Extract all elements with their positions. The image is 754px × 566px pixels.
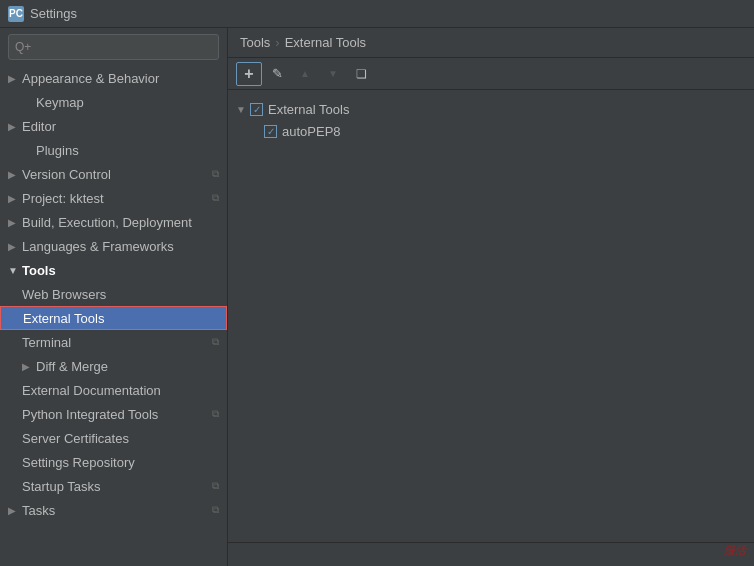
tree-item-external-tools-group[interactable]: ▼ External Tools [228, 98, 754, 120]
arrow-spacer [22, 145, 36, 156]
checkbox-autopep8[interactable] [264, 125, 277, 138]
watermark: 漫活 [724, 543, 746, 558]
sidebar-item-external-documentation[interactable]: External Documentation [0, 378, 227, 402]
sidebar-label: Startup Tasks [22, 479, 101, 494]
sidebar-item-settings-repository[interactable]: Settings Repository [0, 450, 227, 474]
sidebar-item-version-control[interactable]: ▶ Version Control ⧉ [0, 162, 227, 186]
sidebar-label: Plugins [36, 143, 79, 158]
sidebar-item-web-browsers[interactable]: Web Browsers [0, 282, 227, 306]
bottom-area [228, 542, 754, 566]
title-bar-text: Settings [30, 6, 77, 21]
move-up-button[interactable]: ▲ [292, 62, 318, 86]
sidebar-item-editor[interactable]: ▶ Editor [0, 114, 227, 138]
sidebar-item-diff-merge[interactable]: ▶ Diff & Merge [0, 354, 227, 378]
sidebar-item-languages[interactable]: ▶ Languages & Frameworks [0, 234, 227, 258]
sidebar-item-server-certificates[interactable]: Server Certificates [0, 426, 227, 450]
search-box[interactable]: Q+ [8, 34, 219, 60]
arrow-icon: ▶ [8, 241, 22, 252]
sidebar-label: Server Certificates [22, 431, 129, 446]
sidebar-label: Tasks [22, 503, 55, 518]
sidebar-item-project[interactable]: ▶ Project: kktest ⧉ [0, 186, 227, 210]
tree-item-autopep8[interactable]: autoPEP8 [228, 120, 754, 142]
move-down-button[interactable]: ▼ [320, 62, 346, 86]
arrow-icon: ▶ [8, 505, 22, 516]
arrow-icon: ▶ [8, 73, 22, 84]
copy-icon: ⧉ [212, 480, 219, 492]
sidebar-item-plugins[interactable]: Plugins [0, 138, 227, 162]
sidebar-label: Appearance & Behavior [22, 71, 159, 86]
copy-icon: ⧉ [212, 168, 219, 180]
sidebar-label: Project: kktest [22, 191, 104, 206]
arrow-icon: ▶ [22, 361, 36, 372]
breadcrumb: Tools › External Tools [228, 28, 754, 58]
title-bar: PC Settings [0, 0, 754, 28]
tree-content: ▼ External Tools autoPEP8 [228, 90, 754, 542]
main-container: Q+ ▶ Appearance & Behavior Keymap ▶ Edit… [0, 28, 754, 566]
sidebar-label: Diff & Merge [36, 359, 108, 374]
sidebar-label: Tools [22, 263, 56, 278]
sidebar-label: Languages & Frameworks [22, 239, 174, 254]
sidebar-label: Version Control [22, 167, 111, 182]
sidebar-label: External Documentation [22, 383, 161, 398]
sidebar-label: Python Integrated Tools [22, 407, 158, 422]
copy-icon: ⧉ [212, 192, 219, 204]
copy-icon: ⧉ [212, 504, 219, 516]
sidebar-label: Build, Execution, Deployment [22, 215, 192, 230]
tree-item-label: External Tools [268, 102, 349, 117]
sidebar-item-keymap[interactable]: Keymap [0, 90, 227, 114]
tree-item-label: autoPEP8 [282, 124, 341, 139]
arrow-icon: ▼ [8, 265, 22, 276]
search-input[interactable] [35, 40, 212, 54]
copy-icon: ⧉ [212, 336, 219, 348]
arrow-icon: ▶ [8, 217, 22, 228]
copy-button[interactable]: ❏ [348, 62, 374, 86]
edit-button[interactable]: ✎ [264, 62, 290, 86]
sidebar-label: External Tools [23, 311, 104, 326]
arrow-icon: ▶ [8, 121, 22, 132]
checkbox-external-tools[interactable] [250, 103, 263, 116]
sidebar-item-startup-tasks[interactable]: Startup Tasks ⧉ [0, 474, 227, 498]
sidebar-label: Terminal [22, 335, 71, 350]
arrow-icon: ▶ [8, 193, 22, 204]
breadcrumb-current: External Tools [285, 35, 366, 50]
app-icon: PC [8, 6, 24, 22]
sidebar-item-terminal[interactable]: Terminal ⧉ [0, 330, 227, 354]
sidebar: Q+ ▶ Appearance & Behavior Keymap ▶ Edit… [0, 28, 228, 566]
sidebar-item-tools[interactable]: ▼ Tools [0, 258, 227, 282]
sidebar-label: Settings Repository [22, 455, 135, 470]
add-button[interactable]: + [236, 62, 262, 86]
tree-arrow-icon: ▼ [236, 104, 250, 115]
sidebar-label: Editor [22, 119, 56, 134]
right-panel: Tools › External Tools + ✎ ▲ ▼ ❏ ▼ Exter… [228, 28, 754, 566]
sidebar-item-build[interactable]: ▶ Build, Execution, Deployment [0, 210, 227, 234]
breadcrumb-parent[interactable]: Tools [240, 35, 270, 50]
arrow-icon: ▶ [8, 169, 22, 180]
sidebar-item-python-integrated-tools[interactable]: Python Integrated Tools ⧉ [0, 402, 227, 426]
search-icon: Q+ [15, 40, 31, 54]
sidebar-item-appearance[interactable]: ▶ Appearance & Behavior [0, 66, 227, 90]
toolbar: + ✎ ▲ ▼ ❏ [228, 58, 754, 90]
sidebar-item-external-tools[interactable]: External Tools [0, 306, 227, 330]
arrow-spacer [22, 97, 36, 108]
sidebar-label: Web Browsers [22, 287, 106, 302]
breadcrumb-separator: › [275, 35, 279, 50]
sidebar-label: Keymap [36, 95, 84, 110]
sidebar-item-tasks[interactable]: ▶ Tasks ⧉ [0, 498, 227, 522]
copy-icon: ⧉ [212, 408, 219, 420]
